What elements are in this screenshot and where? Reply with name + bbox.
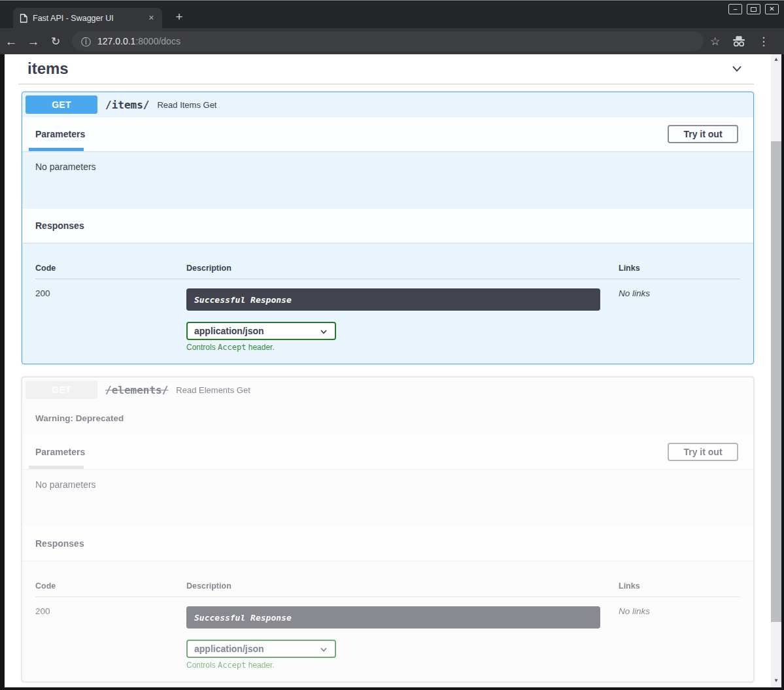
url-host: 127.0.0.1	[97, 36, 135, 46]
response-description-box: Successful Response	[186, 606, 600, 629]
parameters-body: No parameters	[22, 469, 753, 526]
responses-body: Code Description Links 200 Successful Re…	[22, 243, 753, 364]
endpoint-path: /elements/	[105, 384, 168, 396]
tag-title: items	[22, 60, 69, 78]
response-row: 200 Successful Response application/json	[35, 279, 740, 352]
media-type-select[interactable]: application/json	[186, 640, 336, 658]
try-it-out-button[interactable]: Try it out	[668, 443, 738, 461]
bookmark-star-icon[interactable]: ☆	[710, 36, 720, 47]
maximize-icon	[751, 7, 757, 12]
opblock-summary[interactable]: GET /elements/ Read Elements Get	[22, 377, 753, 402]
response-description: Successful Response	[194, 295, 292, 305]
response-code: 200	[35, 606, 186, 670]
url-text: 127.0.0.1:8000/docs	[97, 36, 180, 46]
opblock-get-items: GET /items/ Read Items Get Parameters Tr…	[22, 92, 754, 364]
opblock-get-elements-deprecated: GET /elements/ Read Elements Get Warning…	[22, 377, 754, 682]
parameters-header: Parameters Try it out	[22, 435, 753, 469]
response-description-box: Successful Response	[186, 288, 600, 311]
toolbar-right: ☆ ⋮	[710, 36, 769, 47]
parameters-body: No parameters	[22, 151, 753, 209]
scroll-down-arrow[interactable]: ▼	[771, 676, 781, 686]
note-text: Controls	[186, 343, 218, 352]
no-parameters-label: No parameters	[35, 162, 96, 172]
browser-window: – ✕ Fast API - Swagger UI ✕ + ← → ↻ ⓘ 12…	[0, 0, 784, 690]
description-column-header: Description	[186, 581, 619, 591]
minimize-button[interactable]: –	[728, 4, 742, 14]
deprecated-warning: Warning: Deprecated	[22, 402, 753, 435]
responses-header: Responses	[22, 526, 753, 561]
url-path: :8000/docs	[135, 36, 180, 46]
page-viewport: items GET /items/ Read Items Get Paramet…	[5, 54, 781, 687]
address-bar[interactable]: ⓘ 127.0.0.1:8000/docs	[72, 31, 704, 51]
response-row: 200 Successful Response application/json	[35, 597, 740, 670]
responses-title: Responses	[35, 538, 84, 549]
code-column-header: Code	[35, 581, 186, 591]
forward-icon[interactable]: →	[22, 35, 44, 48]
endpoint-summary: Read Elements Get	[176, 385, 250, 395]
accept-header-note: Controls Accept header.	[186, 661, 619, 670]
media-type-select[interactable]: application/json	[186, 322, 336, 340]
response-links: No links	[619, 606, 740, 670]
method-badge: GET	[26, 381, 97, 399]
active-tab-underline	[29, 148, 84, 151]
note-text: Controls	[186, 661, 218, 670]
tag-divider	[18, 84, 754, 84]
browser-menu-icon[interactable]: ⋮	[758, 36, 769, 47]
browser-toolbar: ← → ↻ ⓘ 127.0.0.1:8000/docs ☆ ⋮	[0, 28, 784, 54]
response-links: No links	[619, 288, 740, 352]
page-icon	[20, 14, 27, 23]
browser-tab[interactable]: Fast API - Swagger UI ✕	[13, 8, 162, 28]
incognito-icon	[732, 36, 746, 47]
note-code: Accept	[218, 343, 246, 352]
note-text-after: header.	[246, 661, 274, 670]
links-column-header: Links	[619, 581, 740, 591]
links-column-header: Links	[619, 264, 740, 273]
inactive-tab-underline	[29, 466, 84, 469]
endpoint-summary: Read Items Get	[157, 100, 216, 110]
tab-strip: – ✕ Fast API - Swagger UI ✕ +	[0, 1, 784, 28]
close-button[interactable]: ✕	[765, 4, 779, 14]
parameters-tab: Parameters	[35, 129, 85, 139]
responses-title: Responses	[35, 220, 84, 231]
maximize-button[interactable]	[747, 4, 760, 14]
responses-table-header: Code Description Links	[35, 243, 740, 279]
new-tab-button[interactable]: +	[171, 9, 187, 25]
tag-section-header[interactable]: items	[22, 60, 754, 78]
media-type-value: application/json	[194, 644, 264, 654]
try-it-out-button[interactable]: Try it out	[668, 125, 738, 143]
minimize-icon: –	[734, 6, 738, 12]
tab-close-icon[interactable]: ✕	[146, 12, 157, 24]
responses-body: Code Description Links 200 Successful Re…	[22, 561, 753, 681]
code-column-header: Code	[35, 264, 186, 273]
chevron-down-icon[interactable]	[729, 61, 745, 76]
opblock-summary[interactable]: GET /items/ Read Items Get	[22, 92, 753, 117]
parameters-header: Parameters Try it out	[22, 117, 753, 151]
tab-title: Fast API - Swagger UI	[33, 14, 146, 23]
select-chevron-icon	[319, 327, 328, 336]
response-code: 200	[35, 288, 186, 352]
scroll-up-arrow[interactable]: ▲	[771, 54, 781, 65]
note-code: Accept	[218, 661, 246, 670]
response-description: Successful Response	[194, 613, 292, 623]
site-info-icon[interactable]: ⓘ	[81, 37, 91, 46]
scrollbar[interactable]: ▲ ▼	[771, 54, 781, 687]
parameters-tab: Parameters	[35, 447, 85, 457]
description-column-header: Description	[186, 264, 619, 273]
select-chevron-icon	[319, 645, 328, 654]
reload-icon[interactable]: ↻	[44, 36, 67, 47]
endpoint-path: /items/	[105, 99, 149, 111]
back-icon[interactable]: ←	[0, 35, 22, 48]
responses-header: Responses	[22, 209, 753, 243]
accept-header-note: Controls Accept header.	[186, 343, 619, 352]
method-badge: GET	[26, 95, 97, 114]
close-icon: ✕	[769, 6, 774, 12]
swagger-ui: items GET /items/ Read Items Get Paramet…	[5, 54, 771, 682]
window-controls: – ✕	[728, 4, 779, 14]
scrollbar-thumb[interactable]	[771, 141, 781, 622]
media-type-value: application/json	[194, 326, 264, 336]
responses-table-header: Code Description Links	[35, 561, 740, 597]
note-text-after: header.	[246, 343, 274, 352]
no-parameters-label: No parameters	[35, 479, 96, 490]
